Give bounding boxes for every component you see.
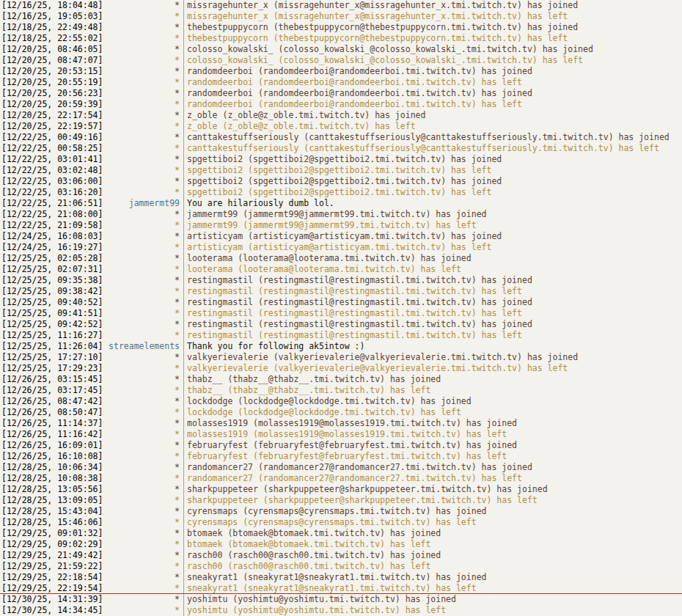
join-event-text: looterama (looterama@looterama.tmi.twitc… [183,253,682,264]
event-star-icon: * [175,418,180,429]
row-meta-column: [12/20/25, 22:17:54]* [0,110,183,121]
timestamp: [12/16/25, 19:05:03] [1,11,103,22]
event-star-icon: * [175,539,180,550]
event-star-icon: * [175,220,180,231]
event-star-icon: * [175,561,180,572]
row-meta-column: [12/22/25, 03:16:20]* [0,187,183,198]
row-meta-column: [12/26/25, 03:15:45]* [0,374,183,385]
part-event-text: missragehunter_x (missragehunter_x@missr… [183,11,682,22]
row-meta-column: [12/26/25, 11:16:42]* [0,429,183,440]
log-row: [12/29/25, 22:19:54]*sneakyrat1 (sneakyr… [0,583,682,594]
log-row: [12/22/25, 21:08:00]*jammermt99 (jammerm… [0,209,682,220]
event-star-icon: * [175,22,180,33]
event-star-icon: * [175,165,180,176]
event-star-icon: * [175,407,180,418]
event-star-icon: * [175,110,180,121]
chat-nick[interactable]: streamelements [109,341,180,352]
row-meta-column: [12/26/25, 08:50:47]* [0,407,183,418]
row-meta-column: [12/20/25, 08:46:05]* [0,44,183,55]
log-row: [12/22/25, 21:09:58]*jammermt99 (jammerm… [0,220,682,231]
event-star-icon: * [175,176,180,187]
timestamp: [12/26/25, 08:50:47] [1,407,103,418]
part-event-text: cyrensmaps (cyrensmaps@cyrensmaps.tmi.tw… [183,517,682,528]
row-meta-column: [12/28/25, 15:43:04]* [0,506,183,517]
part-event-text: colosso_kowalski_ (colosso_kowalski_@col… [183,55,682,66]
log-row: [12/25/25, 11:16:27]*restingmastil (rest… [0,330,682,341]
join-event-text: randomdeerboi (randomdeerboi@randomdeerb… [183,88,682,99]
event-star-icon: * [175,517,180,528]
timestamp: [12/22/25, 00:58:25] [1,143,103,154]
timestamp: [12/26/25, 16:10:08] [1,451,103,462]
join-event-text: canttakestuffseriously (canttakestuffser… [183,132,682,143]
event-star-icon: * [175,154,180,165]
timestamp: [12/22/25, 03:01:41] [1,154,103,165]
part-event-text: jammermt99 (jammermt99@jammermt99.tmi.tw… [183,220,682,231]
row-meta-column: [12/22/25, 21:09:58]* [0,220,183,231]
part-event-text: canttakestuffseriously (canttakestuffser… [183,143,682,154]
join-event-text: jammermt99 (jammermt99@jammermt99.tmi.tw… [183,209,682,220]
log-row: [12/29/25, 21:49:42]*rasch00 (rasch00@ra… [0,550,682,561]
timestamp: [12/22/25, 03:06:00] [1,176,103,187]
event-star-icon: * [175,363,180,374]
log-row: [12/25/25, 09:41:51]*restingmastil (rest… [0,308,682,319]
row-meta-column: [12/16/25, 19:05:03]* [0,11,183,22]
timestamp: [12/20/25, 20:53:15] [1,66,103,77]
timestamp: [12/29/25, 22:18:54] [1,572,103,583]
row-meta-column: [12/22/25, 03:01:41]* [0,154,183,165]
log-row: [12/26/25, 08:50:47]*lockdodge (lockdodg… [0,407,682,418]
row-meta-column: [12/25/25, 09:40:52]* [0,297,183,308]
timestamp: [12/25/25, 09:42:52] [1,319,103,330]
chat-log-view[interactable]: [12/16/25, 18:04:48]*missragehunter_x (m… [0,0,682,616]
row-meta-column: [12/25/25, 11:26:04]streamelements [0,341,183,352]
row-meta-column: [12/22/25, 00:49:16]* [0,132,183,143]
join-event-text: randomancer27 (randomancer27@randomancer… [183,462,682,473]
row-meta-column: [12/29/25, 21:49:42]* [0,550,183,561]
timestamp: [12/24/25, 16:19:27] [1,242,103,253]
timestamp: [12/28/25, 10:06:34] [1,462,103,473]
row-meta-column: [12/22/25, 03:02:48]* [0,165,183,176]
chat-message-text: Thank you for following ak5intow :) [183,341,682,352]
join-event-text: restingmastil (restingmastil@restingmast… [183,319,682,330]
row-meta-column: [12/25/25, 02:07:31]* [0,264,183,275]
part-event-text: spgettiboi2 (spgettiboi2@spgettiboi2.tmi… [183,165,682,176]
log-row: [12/22/25, 03:02:48]*spgettiboi2 (spgett… [0,165,682,176]
event-star-icon: * [175,451,180,462]
row-meta-column: [12/20/25, 20:59:39]* [0,99,183,110]
row-meta-column: [12/28/25, 15:46:06]* [0,517,183,528]
timestamp: [12/18/25, 22:55:02] [1,33,103,44]
timestamp: [12/20/25, 20:55:19] [1,77,103,88]
log-row: [12/22/25, 00:49:16]*canttakestuffseriou… [0,132,682,143]
row-meta-column: [12/16/25, 18:04:48]* [0,0,183,11]
log-row: [12/20/25, 22:17:54]*z_oble (z_oble@z_ob… [0,110,682,121]
part-event-text: molasses1919 (molasses1919@molasses1919.… [183,429,682,440]
row-meta-column: [12/29/25, 09:02:29]* [0,539,183,550]
part-event-text: thebestpuppycorn (thebestpuppycorn@thebe… [183,33,682,44]
row-meta-column: [12/30/25, 14:31:39]* [0,594,183,605]
part-event-text: looterama (looterama@looterama.tmi.twitc… [183,264,682,275]
part-event-text: lockdodge (lockdodge@lockdodge.tmi.twitc… [183,407,682,418]
timestamp: [12/25/25, 02:05:28] [1,253,103,264]
timestamp: [12/29/25, 09:02:29] [1,539,103,550]
chat-nick[interactable]: jammermt99 [129,198,180,209]
join-event-text: restingmastil (restingmastil@restingmast… [183,297,682,308]
log-row: [12/28/25, 10:06:34]*randomancer27 (rand… [0,462,682,473]
part-event-text: randomdeerboi (randomdeerboi@randomdeerb… [183,99,682,110]
join-event-text: februaryfest (februaryfest@februaryfest.… [183,440,682,451]
timestamp: [12/25/25, 17:29:23] [1,363,103,374]
timestamp: [12/20/25, 22:19:57] [1,121,103,132]
part-event-text: btomaek (btomaek@btomaek.tmi.twitch.tv) … [183,539,682,550]
join-event-text: cyrensmaps (cyrensmaps@cyrensmaps.tmi.tw… [183,506,682,517]
log-row: [12/29/25, 09:02:29]*btomaek (btomaek@bt… [0,539,682,550]
row-meta-column: [12/20/25, 08:47:07]* [0,55,183,66]
timestamp: [12/25/25, 09:40:52] [1,297,103,308]
row-meta-column: [12/25/25, 09:35:38]* [0,275,183,286]
timestamp: [12/28/25, 15:43:04] [1,506,103,517]
row-meta-column: [12/25/25, 17:29:23]* [0,363,183,374]
event-star-icon: * [175,385,180,396]
join-event-text: molasses1919 (molasses1919@molasses1919.… [183,418,682,429]
join-event-text: lockdodge (lockdodge@lockdodge.tmi.twitc… [183,396,682,407]
row-meta-column: [12/26/25, 16:09:01]* [0,440,183,451]
log-row: [12/25/25, 02:07:31]*looterama (looteram… [0,264,682,275]
event-star-icon: * [175,594,180,605]
log-row: [12/25/25, 09:38:42]*restingmastil (rest… [0,286,682,297]
